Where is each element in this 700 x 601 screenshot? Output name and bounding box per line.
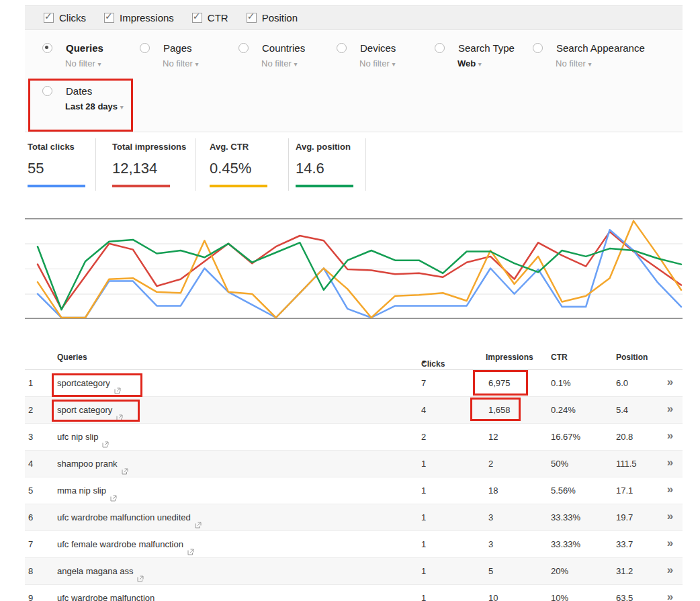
toggle-label: CTR <box>208 12 228 24</box>
external-link-icon[interactable] <box>122 467 128 477</box>
check-icon: ✓ <box>44 11 52 21</box>
ctr-value: 33.33% <box>551 512 580 522</box>
checkbox-ctr-icon[interactable]: ✓ <box>192 13 202 23</box>
sort-desc-icon: ▼ <box>421 359 427 365</box>
metric-avg-ctr: Avg. CTR 0.45% <box>196 138 289 191</box>
table-row: 9 ufc wardrobe malfunction 1 10 10% 63.5… <box>25 585 683 601</box>
check-icon: ✓ <box>247 11 255 21</box>
devices-filter-dropdown[interactable]: No filter ▾ <box>359 58 396 68</box>
dates-filter-dropdown[interactable]: Last 28 days ▾ <box>65 101 124 111</box>
radio-pages-icon[interactable] <box>140 43 150 53</box>
radio-devices-icon[interactable] <box>337 43 347 53</box>
query-link[interactable]: ufc female wardrobe malfunction <box>57 539 183 549</box>
header-queries[interactable]: Queries <box>57 353 87 362</box>
query-link[interactable]: ufc wardrobe malfunction unedited <box>57 512 191 522</box>
toggle-position[interactable]: ✓ Position <box>247 12 298 24</box>
check-icon: ✓ <box>193 11 201 21</box>
row-expand-chevron[interactable]: » <box>656 483 683 496</box>
row-rank: 6 <box>28 512 33 522</box>
ctr-value: 10% <box>551 593 568 601</box>
tab-search-type[interactable]: Search Type Web ▾ <box>435 42 515 68</box>
table-body: 1 sportcategory 7 6,975 0.1% 6.0 » 2 spo… <box>25 370 683 601</box>
row-expand-chevron[interactable]: » <box>656 429 683 443</box>
countries-filter-dropdown[interactable]: No filter ▾ <box>261 58 305 68</box>
radio-countries-icon[interactable] <box>238 43 249 53</box>
query-link[interactable]: shampoo prank <box>57 459 118 469</box>
radio-queries-icon[interactable] <box>42 43 52 53</box>
tab-queries[interactable]: Queries No filter ▾ <box>42 42 103 68</box>
tab-dates[interactable]: Dates Last 28 days ▾ <box>42 85 124 111</box>
chevron-down-icon: ▾ <box>294 60 297 68</box>
row-rank: 9 <box>28 593 33 601</box>
tab-countries[interactable]: Countries No filter ▾ <box>238 42 305 68</box>
queries-filter-dropdown[interactable]: No filter ▾ <box>65 58 103 68</box>
row-expand-chevron[interactable]: » <box>656 510 683 523</box>
metric-avg-position: Avg. position 14.6 <box>289 138 366 191</box>
position-value: 17.1 <box>616 486 633 496</box>
checkbox-impressions-icon[interactable]: ✓ <box>104 13 114 23</box>
chart-line-impressions <box>38 232 681 309</box>
ctr-value: 33.33% <box>551 539 580 549</box>
tab-search-appearance[interactable]: Search Appearance No filter ▾ <box>533 42 645 68</box>
chevron-down-icon: ▾ <box>195 60 198 68</box>
tab-label: Countries <box>262 42 305 54</box>
query-link[interactable]: angela magana ass <box>57 566 133 576</box>
row-query-cell: ufc wardrobe malfunction <box>57 593 155 601</box>
impressions-value: 3 <box>488 539 493 549</box>
external-link-icon[interactable] <box>195 520 202 530</box>
row-expand-chevron[interactable]: » <box>656 375 683 389</box>
toggle-impressions[interactable]: ✓ Impressions <box>104 12 174 24</box>
metric-label: Avg. CTR <box>210 138 288 152</box>
query-link[interactable]: ufc nip slip <box>57 432 98 442</box>
tab-devices[interactable]: Devices No filter ▾ <box>337 42 396 68</box>
row-rank: 7 <box>28 539 33 549</box>
row-expand-chevron[interactable]: » <box>656 402 683 416</box>
toggle-clicks[interactable]: ✓ Clicks <box>44 12 86 24</box>
impressions-value: 3 <box>488 512 493 522</box>
radio-search-type-icon[interactable] <box>435 43 445 53</box>
row-expand-chevron[interactable]: » <box>656 563 683 577</box>
metric-value: 12,134 <box>112 160 195 177</box>
table-row: 6 ufc wardrobe malfunction unedited 1 3 … <box>25 504 683 531</box>
checkbox-position-icon[interactable]: ✓ <box>247 13 257 23</box>
row-expand-chevron[interactable]: » <box>656 537 683 550</box>
external-link-icon[interactable] <box>114 386 121 396</box>
external-link-icon[interactable] <box>110 494 117 504</box>
tab-pages[interactable]: Pages No filter ▾ <box>140 42 198 68</box>
ctr-value: 16.67% <box>551 432 580 442</box>
row-rank: 8 <box>28 566 33 576</box>
row-expand-chevron[interactable]: » <box>656 590 683 601</box>
query-link[interactable]: sport category <box>57 405 112 415</box>
header-ctr[interactable]: CTR <box>551 353 568 362</box>
search-type-filter-dropdown[interactable]: Web ▾ <box>457 58 515 68</box>
header-position[interactable]: Position <box>616 353 648 362</box>
external-link-icon[interactable] <box>116 413 123 423</box>
clicks-value: 2 <box>421 432 426 442</box>
table-row: 8 angela magana ass 1 5 20% 31.2 » <box>25 558 683 585</box>
ctr-value: 5.56% <box>551 486 576 496</box>
metric-underline <box>28 185 85 187</box>
radio-search-appearance-icon[interactable] <box>533 43 543 53</box>
position-value: 63.5 <box>616 593 633 601</box>
pages-filter-dropdown[interactable]: No filter ▾ <box>163 58 198 68</box>
search-appearance-filter-dropdown[interactable]: No filter ▾ <box>556 58 645 68</box>
toggle-ctr[interactable]: ✓ CTR <box>192 12 228 24</box>
header-impressions[interactable]: Impressions <box>486 353 533 362</box>
metric-underline <box>210 185 267 187</box>
radio-dates-icon[interactable] <box>42 86 52 96</box>
external-link-icon[interactable] <box>102 440 109 450</box>
external-link-icon[interactable] <box>187 547 194 557</box>
row-expand-chevron[interactable]: » <box>656 456 683 469</box>
query-link[interactable]: mma nip slip <box>57 486 106 496</box>
query-link[interactable]: ufc wardrobe malfunction <box>57 593 155 601</box>
chevron-down-icon: ▾ <box>392 60 395 68</box>
external-link-icon[interactable] <box>137 574 144 584</box>
query-link[interactable]: sportcategory <box>57 378 110 388</box>
metric-label: Avg. position <box>296 138 365 152</box>
metric-total-clicks: Total clicks 55 <box>28 138 96 191</box>
table-header-row: Queries Clicks▼ Impressions CTR Position <box>25 346 683 370</box>
impressions-value: 2 <box>488 459 493 469</box>
checkbox-clicks-icon[interactable]: ✓ <box>44 13 54 23</box>
time-series-chart <box>25 218 683 319</box>
metric-underline <box>296 185 353 187</box>
